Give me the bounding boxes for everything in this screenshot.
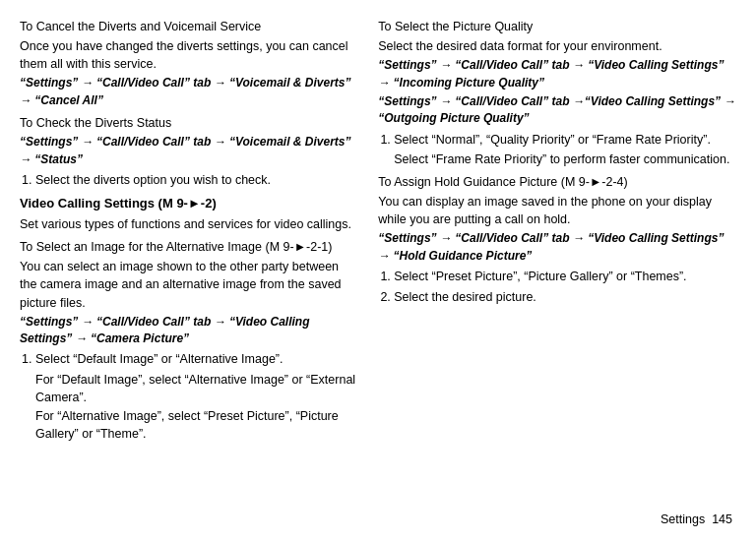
- picture-quality-step1: Select “Normal”, “Quality Priority” or “…: [394, 131, 736, 149]
- picture-quality-intro: Select the desired data format for your …: [378, 37, 736, 55]
- left-column: To Cancel the Diverts and Voicemail Serv…: [20, 18, 374, 524]
- alt-image-sub2: For “Alternative Image”, select “Preset …: [35, 407, 358, 443]
- section-picture-quality: To Select the Picture Quality Select the…: [378, 18, 736, 168]
- cancel-diverts-intro: Once you have changed the diverts settin…: [20, 37, 358, 73]
- hold-guidance-intro: You can display an image saved in the ph…: [378, 193, 736, 228]
- hold-guidance-path: “Settings” → “Call/Video Call” tab → “Vi…: [378, 230, 736, 265]
- check-diverts-path: “Settings” → “Call/Video Call” tab → “Vo…: [20, 134, 358, 168]
- check-diverts-title: To Check the Diverts Status: [20, 114, 358, 132]
- hold-guidance-steps: Select “Preset Picture”, “Picture Galler…: [394, 268, 736, 306]
- footer-page-number: 145: [712, 512, 732, 526]
- hold-guidance-title-suffix: -2-4): [601, 175, 627, 189]
- section-video-calling: Video Calling Settings (M 9-►-2) Set var…: [20, 195, 358, 233]
- picture-quality-title: To Select the Picture Quality: [378, 18, 736, 35]
- alt-image-title: To Select an Image for the Alternative I…: [20, 238, 358, 256]
- video-calling-intro: Set various types of functions and servi…: [20, 215, 358, 233]
- alt-image-title-sub: (M 9-: [265, 240, 293, 254]
- alt-image-title-suffix: -2-1): [306, 240, 332, 254]
- section-hold-guidance: To Assign Hold Guidance Picture (M 9-►-2…: [378, 173, 736, 306]
- hold-guidance-step1: Select “Preset Picture”, “Picture Galler…: [394, 268, 736, 285]
- section-cancel-diverts: To Cancel the Diverts and Voicemail Serv…: [20, 18, 358, 109]
- alt-image-path: “Settings” → “Call/Video Call” tab → “Vi…: [20, 314, 358, 348]
- hold-guidance-title-text: To Assign Hold Guidance Picture: [378, 175, 557, 189]
- video-calling-icon: ►: [188, 196, 201, 211]
- footer-label: Settings: [661, 512, 705, 526]
- hold-guidance-icon: ►: [590, 175, 601, 189]
- hold-guidance-title-sub: (M 9-: [557, 175, 590, 189]
- alt-image-icon: ►: [294, 240, 306, 254]
- picture-quality-sub1: Select “Frame Rate Priority” to perform …: [394, 151, 736, 168]
- right-column: To Select the Picture Quality Select the…: [374, 18, 736, 524]
- check-diverts-step1: Select the diverts option you wish to ch…: [35, 171, 358, 189]
- hold-guidance-title: To Assign Hold Guidance Picture (M 9-►-2…: [378, 173, 736, 191]
- video-calling-heading: Video Calling Settings (M 9-►-2): [20, 195, 358, 213]
- check-diverts-steps: Select the diverts option you wish to ch…: [35, 171, 358, 189]
- alt-image-sub1: For “Default Image”, select “Alternative…: [35, 371, 358, 406]
- video-calling-heading-suffix: -2): [201, 196, 217, 211]
- page-footer: Settings 145: [661, 511, 732, 528]
- hold-guidance-step2: Select the desired picture.: [394, 288, 736, 306]
- section-alt-image: To Select an Image for the Alternative I…: [20, 238, 358, 443]
- alt-image-steps: Select “Default Image” or “Alternative I…: [35, 350, 358, 368]
- alt-image-step1: Select “Default Image” or “Alternative I…: [35, 350, 358, 368]
- cancel-diverts-title: To Cancel the Diverts and Voicemail Serv…: [20, 18, 358, 35]
- alt-image-intro: You can select an image shown to the oth…: [20, 258, 358, 311]
- alt-image-title-text: To Select an Image for the Alternative I…: [20, 240, 262, 254]
- picture-quality-path1: “Settings” → “Call/Video Call” tab → “Vi…: [378, 57, 736, 91]
- video-calling-heading-text: Video Calling Settings (M 9-: [20, 196, 188, 211]
- picture-quality-path2: “Settings” → “Call/Video Call” tab →“Vid…: [378, 93, 736, 128]
- section-check-diverts: To Check the Diverts Status “Settings” →…: [20, 114, 358, 189]
- picture-quality-steps: Select “Normal”, “Quality Priority” or “…: [394, 131, 736, 149]
- cancel-diverts-path: “Settings” → “Call/Video Call” tab → “Vo…: [20, 75, 358, 109]
